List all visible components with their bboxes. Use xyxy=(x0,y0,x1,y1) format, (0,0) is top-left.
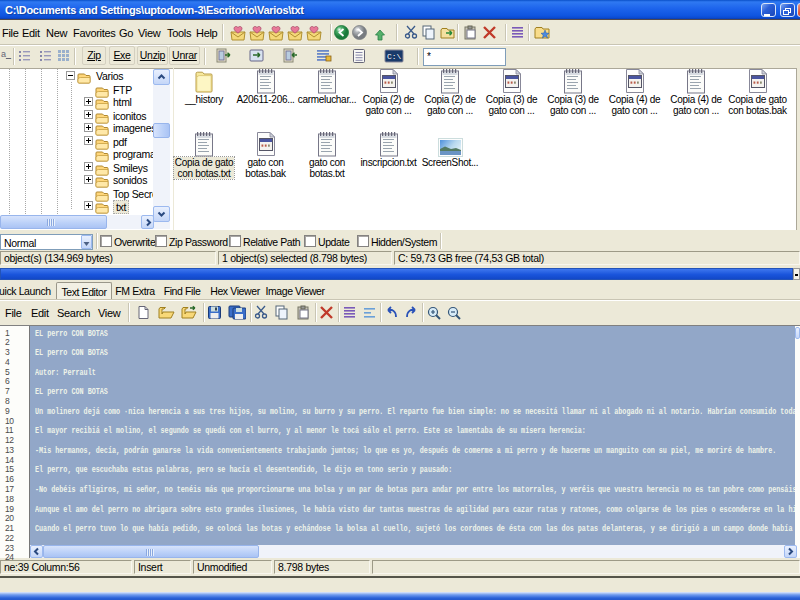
svg-text:C:\: C:\ xyxy=(387,52,402,61)
